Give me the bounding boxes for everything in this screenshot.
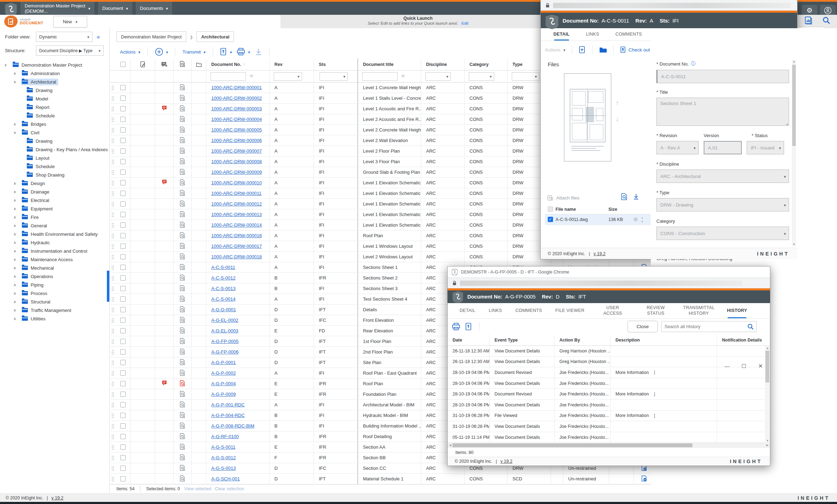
info-icon[interactable] (691, 61, 696, 67)
drag-handle-icon[interactable] (111, 360, 114, 365)
column-discipline[interactable]: Discipline (426, 62, 447, 67)
document-link[interactable]: A-G-P-0004 (211, 381, 236, 386)
filter-discipline-select[interactable] (425, 72, 451, 81)
download-button[interactable] (255, 48, 262, 56)
tree-chevron-icon[interactable] (13, 71, 21, 76)
clear-selection-link[interactable]: Clear selection (215, 486, 244, 491)
filter-document-no-input[interactable] (211, 72, 246, 81)
tab[interactable]: FILE VIEWER (553, 303, 587, 318)
drag-handle-icon[interactable] (111, 223, 114, 228)
tree-item[interactable]: Instrumentation and Control (0, 247, 109, 255)
row-checkbox[interactable] (120, 201, 126, 207)
tree-item[interactable]: Operations (0, 272, 109, 281)
drag-handle-icon[interactable] (111, 233, 114, 238)
tree-item[interactable]: Administration (0, 69, 109, 78)
scroll-up-icon[interactable]: ▲ (641, 216, 643, 219)
drag-handle-icon[interactable] (111, 424, 114, 429)
tree-chevron-icon[interactable] (13, 198, 21, 203)
row-checkbox[interactable] (120, 96, 126, 101)
document-link[interactable]: 1000-ARC-DRW-000004 (211, 117, 262, 122)
tree-item[interactable]: Drawing (0, 86, 109, 94)
row-checkbox[interactable] (120, 148, 126, 154)
tree-item[interactable]: Structural (0, 297, 109, 306)
search-icon[interactable] (747, 323, 754, 330)
row-checkbox[interactable] (120, 370, 126, 376)
row-checkbox[interactable] (120, 466, 126, 471)
new-button[interactable]: New (53, 16, 87, 27)
close-window-button[interactable]: ✕ (758, 363, 763, 369)
file-viewer-icon[interactable] (180, 105, 185, 112)
file-viewer-icon[interactable] (180, 84, 185, 91)
filter-sts-select[interactable] (320, 72, 348, 81)
drag-handle-icon[interactable] (111, 466, 114, 471)
drag-handle-icon[interactable] (111, 159, 114, 164)
minimize-button[interactable]: — (724, 363, 729, 369)
file-row[interactable]: A-C-S-0011.dwg 136 KB ▲▼ (545, 214, 651, 225)
document-link[interactable]: A-G-FP-0006 (211, 349, 238, 355)
tree-item[interactable]: Process (0, 289, 109, 297)
file-viewer-icon[interactable] (180, 465, 185, 472)
column-event-type[interactable]: Event Type (490, 334, 554, 345)
tree-item[interactable]: Utilities (0, 314, 109, 323)
actions-menu[interactable]: Actions (120, 49, 140, 55)
file-viewer-icon[interactable] (180, 190, 185, 197)
row-checkbox[interactable] (120, 254, 126, 259)
tree-item[interactable]: General (0, 221, 109, 230)
document-link[interactable]: 1000-ARC-DRW-000001 (211, 85, 262, 90)
document-link[interactable]: 1000-ARC-DRW-000010 (211, 180, 262, 185)
tree-item[interactable]: Report (0, 103, 109, 111)
profile-button[interactable] (820, 5, 836, 16)
file-checkbox[interactable] (548, 217, 553, 222)
tree-chevron-icon[interactable] (13, 249, 21, 253)
history-row[interactable]: 26-11-18 12:30 AM View Document Details … (448, 357, 770, 368)
tab[interactable]: USER ACCESS (596, 303, 630, 318)
row-checkbox[interactable] (120, 127, 126, 133)
history-row[interactable]: 28-10-19 04:06 PM Document Revised Joe F… (448, 389, 770, 400)
document-link[interactable]: A-G-P-001-RDC (211, 402, 245, 407)
select-all-checkbox[interactable] (120, 62, 126, 67)
tree-item[interactable]: Schedule (0, 111, 109, 120)
column-document-title[interactable]: Document title (363, 62, 394, 67)
drag-handle-icon[interactable] (111, 297, 114, 302)
document-link[interactable]: 1000-ARC-DRW-000014 (211, 222, 262, 228)
tree-item[interactable]: Shop Drawing (0, 171, 109, 179)
document-link[interactable]: 1000-ARC-DRW-000007 (211, 148, 262, 154)
file-viewer-icon[interactable] (180, 349, 185, 356)
column-action-by[interactable]: Action By (554, 334, 611, 345)
document-link[interactable]: A-G-RF-0100 (211, 434, 239, 439)
tab[interactable]: LINKS (584, 28, 601, 41)
version-link[interactable]: v 19.2 (594, 251, 606, 256)
tree-item[interactable]: Design (0, 179, 109, 188)
row-checkbox[interactable] (120, 328, 126, 333)
view-file-icon[interactable] (621, 193, 627, 202)
document-link[interactable]: A-G-EL-0003 (211, 328, 238, 333)
document-link[interactable]: A-G-P-0009 (211, 392, 236, 397)
tree-item[interactable]: Model (0, 94, 109, 103)
drag-handle-icon[interactable] (111, 477, 114, 481)
more-information-link[interactable]: More Information (615, 392, 649, 397)
project-selector[interactable]: Demonstration Master Project (DEMOM... (20, 2, 95, 15)
tree-chevron-icon[interactable] (13, 122, 21, 127)
filter-rev-select[interactable] (274, 72, 302, 81)
scroll-up-icon[interactable]: ▲ (793, 60, 795, 63)
document-link[interactable]: 1000-ARC-DRW-000011 (211, 191, 261, 196)
file-viewer-icon[interactable] (180, 158, 185, 165)
tree-chevron-icon[interactable] (4, 63, 12, 67)
history-row[interactable]: 28-10-19 04:06 PM Document Revised Joe F… (448, 367, 770, 378)
history-row[interactable]: 28-10-19 04:06 PM View Document Details … (448, 400, 770, 411)
tree-item[interactable]: Fire (0, 213, 109, 221)
tab[interactable]: TRANSMITTAL HISTORY (682, 303, 716, 318)
history-row[interactable]: 31-10-19 06:28 PM File Viewed Joe Freder… (448, 411, 770, 422)
drag-handle-icon[interactable] (111, 455, 114, 460)
file-viewer-icon[interactable] (180, 137, 185, 144)
drag-handle-icon[interactable] (111, 286, 114, 291)
scroll-down-icon[interactable]: ▼ (766, 439, 769, 442)
file-viewer-icon[interactable] (180, 380, 185, 387)
row-checkbox[interactable] (120, 212, 126, 217)
document-link[interactable]: A-G-P-004-RDC (211, 413, 245, 418)
document-link[interactable]: A-G-FP-0005 (211, 339, 238, 344)
more-options-icon[interactable] (652, 413, 657, 418)
row-checkbox[interactable] (120, 318, 126, 323)
check-out-button[interactable]: Check out (620, 46, 650, 53)
tree-chevron-icon[interactable] (13, 316, 21, 321)
